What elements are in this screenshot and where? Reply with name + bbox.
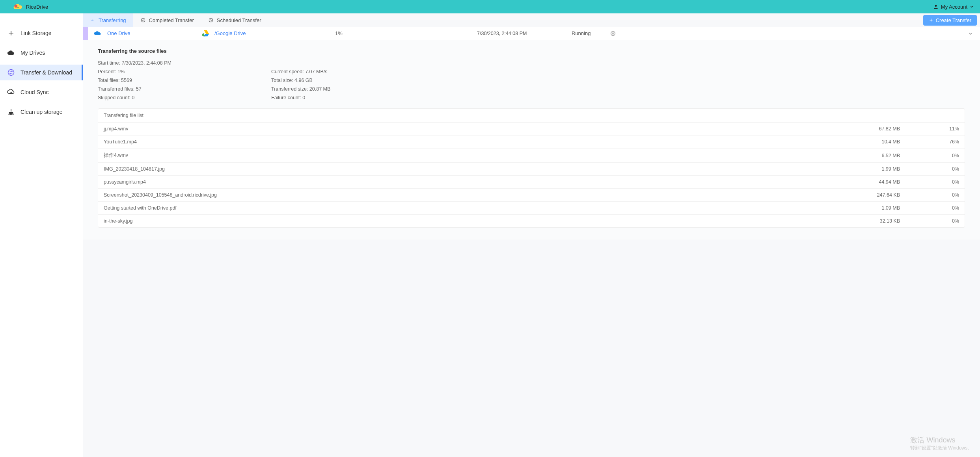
stat-transferred-size: Transferred size: 20.87 MB	[271, 86, 965, 92]
create-transfer-button[interactable]: Create Transfer	[923, 15, 977, 26]
account-menu[interactable]: My Account	[933, 4, 974, 10]
destination-label: /Google Drive	[214, 30, 246, 36]
plus-icon	[929, 18, 933, 22]
tabbar: Transferring Completed Transfer Schedule…	[83, 13, 980, 27]
file-row: IMG_20230418_104817.jpg1.99 MB0%	[98, 163, 965, 176]
file-size: 247.64 KB	[864, 192, 932, 198]
svg-point-0	[14, 5, 17, 8]
file-list-header: Transfering file list	[98, 109, 965, 123]
file-row: YouTube1.mp410.4 MB76%	[98, 136, 965, 149]
chevron-down-icon	[970, 5, 974, 9]
tab-completed[interactable]: Completed Transfer	[133, 13, 201, 27]
stat-failure: Failure count: 0	[271, 95, 965, 100]
chevron-down-icon	[967, 30, 974, 37]
stat-percent: Percent: 1%	[98, 69, 271, 74]
topbar: RiceDrive My Account	[0, 0, 980, 13]
file-row: Screenshot_20230409_105548_android.ricdr…	[98, 189, 965, 202]
file-size: 6.52 MB	[864, 153, 932, 158]
brand: RiceDrive	[12, 3, 48, 11]
file-percent: 0%	[932, 192, 959, 198]
main-content: Transferring Completed Transfer Schedule…	[83, 13, 980, 457]
create-transfer-label: Create Transfer	[936, 17, 971, 23]
file-size: 67.82 MB	[864, 126, 932, 132]
sidebar-item-cleanup[interactable]: Clean up storage	[0, 104, 83, 120]
tab-label: Transferring	[99, 17, 126, 23]
sidebar-item-transfer-download[interactable]: Transfer & Download	[0, 65, 83, 80]
sidebar-item-label: My Drives	[20, 50, 45, 56]
file-row: in-the-sky.jpg32.13 KB0%	[98, 215, 965, 227]
cancel-circle-icon	[610, 30, 616, 37]
file-name: YouTube1.mp4	[104, 139, 864, 145]
file-row: jj.mp4.wmv67.82 MB11%	[98, 123, 965, 136]
user-icon	[933, 4, 939, 9]
clock-icon	[208, 17, 214, 23]
file-name: jj.mp4.wmv	[104, 126, 864, 132]
stat-transferred-files: Transferred files: 57	[98, 86, 271, 92]
file-size: 10.4 MB	[864, 139, 932, 145]
file-name: Screenshot_20230409_105548_android.ricdr…	[104, 192, 864, 198]
google-drive-icon	[201, 29, 210, 38]
cloud-icon	[7, 49, 15, 57]
tab-label: Completed Transfer	[149, 17, 194, 23]
transfer-time: 7/30/2023, 2:44:08 PM	[477, 31, 572, 36]
stat-skipped: Skipped count: 0	[98, 95, 271, 100]
details-title: Transferring the source files	[98, 48, 965, 54]
file-percent: 0%	[932, 153, 959, 158]
svg-point-2	[8, 70, 14, 76]
brand-name: RiceDrive	[26, 4, 48, 10]
stat-speed: Current speed: 7.07 MB/s	[271, 69, 965, 74]
svg-point-1	[935, 5, 937, 7]
file-percent: 0%	[932, 218, 959, 224]
file-name: 操作4.wmv	[104, 152, 864, 159]
file-row: Getting started with OneDrive.pdf1.09 MB…	[98, 202, 965, 215]
file-percent: 76%	[932, 139, 959, 145]
transfer-icon	[7, 69, 15, 76]
file-name: pussycamgirls.mp4	[104, 179, 864, 185]
file-row: 操作4.wmv6.52 MB0%	[98, 149, 965, 163]
onedrive-icon	[94, 29, 102, 38]
file-row: pussycamgirls.mp444.94 MB0%	[98, 176, 965, 189]
tab-transferring[interactable]: Transferring	[83, 13, 133, 27]
sidebar-item-cloud-sync[interactable]: Cloud Sync	[0, 84, 83, 100]
expand-toggle[interactable]	[619, 30, 980, 37]
sync-icon	[7, 88, 15, 96]
transfer-status: Running	[572, 30, 607, 36]
check-circle-icon	[140, 17, 146, 23]
sidebar-item-label: Cloud Sync	[20, 89, 49, 95]
arrow-right-icon	[90, 17, 95, 23]
brand-logo-icon	[12, 3, 22, 11]
source-label: One Drive	[107, 30, 130, 36]
tab-scheduled[interactable]: Scheduled Transfer	[201, 13, 268, 27]
sidebar-item-label: Transfer & Download	[20, 69, 72, 76]
stat-start-time: Start time: 7/30/2023, 2:44:08 PM	[98, 60, 271, 66]
file-percent: 0%	[932, 166, 959, 172]
transfer-task-row[interactable]: One Drive /Google Drive 1% 7/30/2023, 2:…	[83, 27, 980, 40]
transfer-details: Transferring the source files Start time…	[83, 40, 980, 240]
transfer-percent: 1%	[335, 30, 477, 36]
file-percent: 0%	[932, 179, 959, 185]
tab-label: Scheduled Transfer	[217, 17, 261, 23]
file-name: in-the-sky.jpg	[104, 218, 864, 224]
sidebar: Link Storage My Drives Transfer & Downlo…	[0, 13, 83, 457]
transfer-destination: /Google Drive	[201, 29, 335, 38]
transfer-source: One Drive	[83, 29, 201, 38]
sidebar-item-link-storage[interactable]: Link Storage	[0, 25, 83, 41]
file-percent: 0%	[932, 205, 959, 211]
account-label: My Account	[941, 4, 967, 10]
cancel-button[interactable]	[607, 30, 619, 37]
file-size: 1.99 MB	[864, 166, 932, 172]
sidebar-item-my-drives[interactable]: My Drives	[0, 45, 83, 61]
file-name: Getting started with OneDrive.pdf	[104, 205, 864, 211]
plus-icon	[7, 29, 15, 37]
stat-total-files: Total files: 5569	[98, 78, 271, 83]
file-size: 1.09 MB	[864, 205, 932, 211]
stat-total-size: Total size: 4.96 GB	[271, 78, 965, 83]
sidebar-item-label: Link Storage	[20, 30, 52, 36]
file-size: 32.13 KB	[864, 218, 932, 224]
broom-icon	[7, 108, 15, 116]
file-name: IMG_20230418_104817.jpg	[104, 166, 864, 172]
sidebar-item-label: Clean up storage	[20, 109, 63, 115]
file-size: 44.94 MB	[864, 179, 932, 185]
file-list: Transfering file list jj.mp4.wmv67.82 MB…	[98, 108, 965, 228]
file-percent: 11%	[932, 126, 959, 132]
